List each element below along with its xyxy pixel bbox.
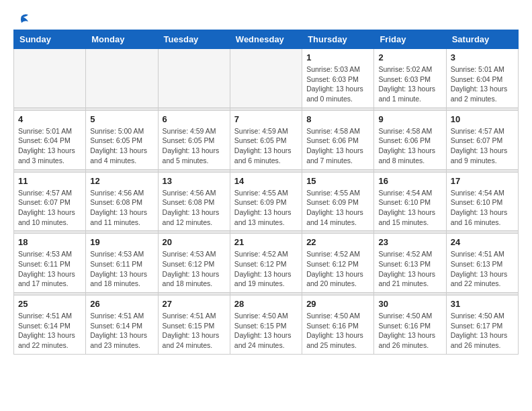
day-number: 30 bbox=[378, 299, 441, 309]
day-number: 13 bbox=[163, 176, 226, 186]
calendar-week-row: 25Sunrise: 4:51 AM Sunset: 6:14 PM Dayli… bbox=[14, 295, 519, 355]
day-info: Sunrise: 4:51 AM Sunset: 6:15 PM Dayligh… bbox=[163, 311, 226, 351]
calendar-week-row: 1Sunrise: 5:03 AM Sunset: 6:03 PM Daylig… bbox=[14, 49, 519, 108]
day-number: 26 bbox=[90, 299, 153, 309]
day-number: 3 bbox=[451, 52, 514, 62]
day-number: 20 bbox=[163, 237, 226, 247]
calendar-day-cell: 30Sunrise: 4:50 AM Sunset: 6:16 PM Dayli… bbox=[374, 295, 446, 355]
day-number: 24 bbox=[451, 237, 514, 247]
day-number: 22 bbox=[306, 237, 369, 247]
day-number: 8 bbox=[306, 114, 369, 124]
day-info: Sunrise: 4:59 AM Sunset: 6:05 PM Dayligh… bbox=[234, 126, 298, 166]
calendar-day-cell: 2Sunrise: 5:02 AM Sunset: 6:03 PM Daylig… bbox=[374, 49, 446, 108]
day-info: Sunrise: 4:56 AM Sunset: 6:08 PM Dayligh… bbox=[163, 188, 226, 228]
day-info: Sunrise: 4:50 AM Sunset: 6:16 PM Dayligh… bbox=[306, 311, 369, 351]
day-number: 18 bbox=[18, 237, 81, 247]
day-number: 28 bbox=[234, 299, 298, 309]
day-number: 11 bbox=[18, 176, 81, 186]
calendar-day-header: Saturday bbox=[446, 30, 518, 49]
calendar-day-cell: 16Sunrise: 4:54 AM Sunset: 6:10 PM Dayli… bbox=[374, 172, 446, 231]
calendar-day-cell: 6Sunrise: 4:59 AM Sunset: 6:05 PM Daylig… bbox=[158, 110, 230, 169]
calendar-day-cell: 25Sunrise: 4:51 AM Sunset: 6:14 PM Dayli… bbox=[14, 295, 86, 355]
calendar-day-cell: 8Sunrise: 4:58 AM Sunset: 6:06 PM Daylig… bbox=[302, 110, 374, 169]
day-info: Sunrise: 4:50 AM Sunset: 6:17 PM Dayligh… bbox=[451, 311, 514, 351]
calendar-day-header: Monday bbox=[86, 30, 158, 49]
day-info: Sunrise: 4:52 AM Sunset: 6:13 PM Dayligh… bbox=[378, 249, 441, 289]
day-number: 21 bbox=[234, 237, 298, 247]
day-info: Sunrise: 4:51 AM Sunset: 6:14 PM Dayligh… bbox=[90, 311, 153, 351]
calendar-day-cell: 24Sunrise: 4:51 AM Sunset: 6:13 PM Dayli… bbox=[446, 234, 518, 293]
calendar-day-cell: 10Sunrise: 4:57 AM Sunset: 6:07 PM Dayli… bbox=[446, 110, 518, 169]
day-info: Sunrise: 4:57 AM Sunset: 6:07 PM Dayligh… bbox=[18, 188, 81, 228]
day-info: Sunrise: 4:56 AM Sunset: 6:08 PM Dayligh… bbox=[90, 188, 153, 228]
calendar-table: SundayMondayTuesdayWednesdayThursdayFrid… bbox=[13, 30, 519, 355]
day-info: Sunrise: 4:53 AM Sunset: 6:11 PM Dayligh… bbox=[90, 249, 153, 289]
calendar-day-header: Wednesday bbox=[230, 30, 302, 49]
day-info: Sunrise: 4:58 AM Sunset: 6:06 PM Dayligh… bbox=[378, 126, 441, 166]
calendar-day-cell: 28Sunrise: 4:50 AM Sunset: 6:15 PM Dayli… bbox=[230, 295, 302, 355]
calendar-day-cell: 27Sunrise: 4:51 AM Sunset: 6:15 PM Dayli… bbox=[158, 295, 230, 355]
calendar-day-cell: 15Sunrise: 4:55 AM Sunset: 6:09 PM Dayli… bbox=[302, 172, 374, 231]
calendar-day-cell: 19Sunrise: 4:53 AM Sunset: 6:11 PM Dayli… bbox=[86, 234, 158, 293]
day-info: Sunrise: 5:00 AM Sunset: 6:05 PM Dayligh… bbox=[90, 126, 153, 166]
calendar-day-cell: 29Sunrise: 4:50 AM Sunset: 6:16 PM Dayli… bbox=[302, 295, 374, 355]
calendar-day-cell: 21Sunrise: 4:52 AM Sunset: 6:12 PM Dayli… bbox=[230, 234, 302, 293]
calendar-day-cell bbox=[86, 49, 158, 108]
day-number: 27 bbox=[163, 299, 226, 309]
calendar-day-cell: 3Sunrise: 5:01 AM Sunset: 6:04 PM Daylig… bbox=[446, 49, 518, 108]
day-info: Sunrise: 5:03 AM Sunset: 6:03 PM Dayligh… bbox=[306, 64, 369, 104]
day-info: Sunrise: 4:53 AM Sunset: 6:11 PM Dayligh… bbox=[18, 249, 81, 289]
day-number: 10 bbox=[451, 114, 514, 124]
day-info: Sunrise: 4:50 AM Sunset: 6:15 PM Dayligh… bbox=[234, 311, 298, 351]
calendar-day-cell: 17Sunrise: 4:54 AM Sunset: 6:10 PM Dayli… bbox=[446, 172, 518, 231]
day-info: Sunrise: 4:58 AM Sunset: 6:06 PM Dayligh… bbox=[306, 126, 369, 166]
day-number: 5 bbox=[90, 114, 153, 124]
day-info: Sunrise: 4:50 AM Sunset: 6:16 PM Dayligh… bbox=[378, 311, 441, 351]
logo-bird-icon bbox=[15, 13, 30, 26]
day-info: Sunrise: 4:52 AM Sunset: 6:12 PM Dayligh… bbox=[234, 249, 298, 289]
day-number: 6 bbox=[163, 114, 226, 124]
calendar-day-cell bbox=[14, 49, 86, 108]
day-info: Sunrise: 4:54 AM Sunset: 6:10 PM Dayligh… bbox=[451, 188, 514, 228]
day-number: 31 bbox=[451, 299, 514, 309]
calendar-day-cell: 5Sunrise: 5:00 AM Sunset: 6:05 PM Daylig… bbox=[86, 110, 158, 169]
day-info: Sunrise: 4:55 AM Sunset: 6:09 PM Dayligh… bbox=[234, 188, 298, 228]
day-info: Sunrise: 4:51 AM Sunset: 6:13 PM Dayligh… bbox=[451, 249, 514, 289]
calendar-day-cell: 20Sunrise: 4:53 AM Sunset: 6:12 PM Dayli… bbox=[158, 234, 230, 293]
calendar-header-row: SundayMondayTuesdayWednesdayThursdayFrid… bbox=[14, 30, 519, 49]
day-number: 23 bbox=[378, 237, 441, 247]
day-info: Sunrise: 5:01 AM Sunset: 6:04 PM Dayligh… bbox=[451, 64, 514, 104]
calendar-day-header: Sunday bbox=[14, 30, 86, 49]
day-info: Sunrise: 4:54 AM Sunset: 6:10 PM Dayligh… bbox=[378, 188, 441, 228]
calendar-day-cell: 18Sunrise: 4:53 AM Sunset: 6:11 PM Dayli… bbox=[14, 234, 86, 293]
day-number: 25 bbox=[18, 299, 81, 309]
calendar-day-cell: 9Sunrise: 4:58 AM Sunset: 6:06 PM Daylig… bbox=[374, 110, 446, 169]
calendar-day-cell: 13Sunrise: 4:56 AM Sunset: 6:08 PM Dayli… bbox=[158, 172, 230, 231]
calendar-day-cell: 26Sunrise: 4:51 AM Sunset: 6:14 PM Dayli… bbox=[86, 295, 158, 355]
day-number: 2 bbox=[378, 52, 441, 62]
calendar-day-cell: 1Sunrise: 5:03 AM Sunset: 6:03 PM Daylig… bbox=[302, 49, 374, 108]
logo bbox=[13, 13, 30, 23]
day-info: Sunrise: 4:57 AM Sunset: 6:07 PM Dayligh… bbox=[451, 126, 514, 166]
day-info: Sunrise: 4:52 AM Sunset: 6:12 PM Dayligh… bbox=[306, 249, 369, 289]
calendar-week-row: 11Sunrise: 4:57 AM Sunset: 6:07 PM Dayli… bbox=[14, 172, 519, 231]
calendar-day-cell: 23Sunrise: 4:52 AM Sunset: 6:13 PM Dayli… bbox=[374, 234, 446, 293]
calendar-day-cell: 12Sunrise: 4:56 AM Sunset: 6:08 PM Dayli… bbox=[86, 172, 158, 231]
day-info: Sunrise: 4:53 AM Sunset: 6:12 PM Dayligh… bbox=[163, 249, 226, 289]
day-number: 7 bbox=[234, 114, 298, 124]
calendar-week-row: 18Sunrise: 4:53 AM Sunset: 6:11 PM Dayli… bbox=[14, 234, 519, 293]
calendar-day-cell: 11Sunrise: 4:57 AM Sunset: 6:07 PM Dayli… bbox=[14, 172, 86, 231]
day-info: Sunrise: 5:01 AM Sunset: 6:04 PM Dayligh… bbox=[18, 126, 81, 166]
day-info: Sunrise: 4:51 AM Sunset: 6:14 PM Dayligh… bbox=[18, 311, 81, 351]
day-number: 17 bbox=[451, 176, 514, 186]
calendar-day-cell: 31Sunrise: 4:50 AM Sunset: 6:17 PM Dayli… bbox=[446, 295, 518, 355]
calendar-day-cell: 14Sunrise: 4:55 AM Sunset: 6:09 PM Dayli… bbox=[230, 172, 302, 231]
calendar-day-header: Tuesday bbox=[158, 30, 230, 49]
day-info: Sunrise: 5:02 AM Sunset: 6:03 PM Dayligh… bbox=[378, 64, 441, 104]
calendar-day-cell bbox=[158, 49, 230, 108]
day-number: 1 bbox=[306, 52, 369, 62]
day-number: 16 bbox=[378, 176, 441, 186]
day-number: 9 bbox=[378, 114, 441, 124]
calendar-day-cell bbox=[230, 49, 302, 108]
day-number: 14 bbox=[234, 176, 298, 186]
